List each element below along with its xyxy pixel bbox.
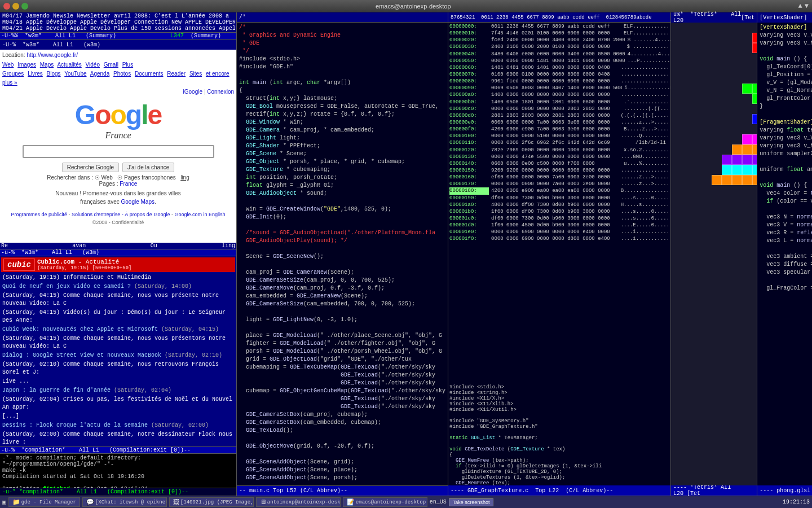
taskbar-item-emacs[interactable]: 📝 emacs@antoinexp-desktop (343, 497, 427, 507)
groups-link[interactable]: Groupes (2, 71, 24, 77)
close-button[interactable] (3, 3, 10, 10)
email-messages: M04/17 Jamendo Newsle Newsletter avril 2… (0, 12, 236, 32)
igoogle-link[interactable]: iGoogle (183, 89, 202, 95)
hex-row: 00000110:0000 0000 2f6c 6962 2f6c 642d 6… (449, 139, 669, 146)
france-link[interactable]: France (120, 181, 137, 187)
tetris-cell (742, 165, 752, 175)
hex-ascii: ELF............ (624, 23, 669, 30)
youtube-link[interactable]: YouTube (64, 71, 86, 77)
lucky-button[interactable]: J'ai de la chance (122, 163, 174, 172)
screenshot-button[interactable]: Take screenshot (449, 498, 494, 506)
news-link[interactable]: Actualités (57, 62, 81, 68)
hex-ascii: ELF............ (624, 30, 669, 37)
googlemaps-link[interactable]: Google Maps (121, 199, 155, 205)
tetris-cell (722, 175, 732, 185)
hex-ascii: ....s.....0..... (621, 208, 669, 215)
taskbar-start-icon[interactable]: ▣ (2, 498, 6, 506)
list-item: (Saturday, 04:15) Comme chaque semaine, … (2, 335, 234, 351)
blogs-link[interactable]: Blogs (47, 71, 61, 77)
taskbar-item-image[interactable]: 🖼 [140921.jpg (JPEG Image, 1280×... (169, 497, 254, 507)
images-link[interactable]: Images (17, 62, 36, 68)
pages-fr-radio[interactable]: ☉ Pages francophones (117, 174, 176, 181)
english-link[interactable]: Google.com in English (174, 212, 225, 217)
connexion-link[interactable]: Connexion (207, 89, 234, 95)
scroll-up-icon[interactable]: ▲ (798, 2, 802, 10)
ads-link[interactable]: Programmes de publicité (11, 212, 68, 217)
hex-bytes: 782e 7969 0000 0000 0000 1000 0000 0000 (491, 147, 621, 154)
hex-address: 00000170: (449, 181, 489, 187)
maximize-button[interactable] (21, 3, 28, 10)
hex-bytes: 9200 9200 0000 0000 0000 0000 0000 0000 (491, 167, 619, 174)
hex-ascii: u....%......... (624, 160, 669, 167)
agenda-link[interactable]: Agenda (90, 71, 109, 77)
google-search-area: Recherche Google J'ai de la chance (2, 145, 234, 172)
list-item: Japon : la guerre de fin d'année (Saturd… (2, 387, 234, 395)
taskbar-item-filemanager[interactable]: 📁 gde - File Manager (8, 497, 80, 507)
hex-address: 000001b0: (449, 208, 489, 215)
hex-ascii: ....s.....0..... (621, 195, 669, 202)
tetris-cell (722, 155, 732, 165)
scroll-re: Re (1, 243, 8, 249)
hex-content[interactable]: 00000000:0011 2238 4455 6677 8899 aabb c… (448, 23, 670, 384)
hex-row: 00000120:782e 7969 0000 0000 0000 1000 0… (449, 147, 669, 154)
msg-line-1: M04/17 Jamendo Newsle Newsletter avril 2… (1, 13, 235, 19)
google-search-button[interactable]: Recherche Google (62, 163, 119, 172)
hex-row: 00000090:0069 0508 a003 0000 8407 1400 e… (449, 85, 669, 91)
photos-link[interactable]: Photos (113, 71, 131, 77)
hex-address: 00000120: (449, 147, 489, 154)
tetris-cell (752, 114, 757, 124)
tetris-cell (752, 175, 757, 185)
hex-bytes: 0000 0000 0000 7a00 0003 3e00 0000 0000 (491, 119, 619, 126)
sites-link[interactable]: Sites (189, 71, 202, 77)
hex-ascii: ......Q......... (621, 133, 669, 139)
list-item: Dessins : Flock croque l'actu de la sema… (2, 422, 234, 430)
hex-ascii: 4.........4... (628, 51, 669, 58)
hex-bytes: 9901 fced 0000 0000 0000 0000 0000 0000 (491, 78, 619, 85)
list-item: Dialog : Google Street View et nouveaux … (2, 352, 234, 360)
more-link[interactable]: Plus (122, 62, 133, 68)
hex-bytes: 0000 0000 0000 0000 0000 2803 2803 0000 (491, 106, 621, 112)
hex-ascii: ......z...>..... (621, 119, 669, 126)
hex-ascii: H.....s......... (621, 202, 669, 208)
minimize-button[interactable] (12, 3, 19, 10)
list-item: (Saturday, 02:00) Comme chaque semaine, … (2, 431, 234, 446)
tetris-mode-line: ---- *Tetris* All L20 [Tet (671, 485, 757, 496)
hex-ascii: ................ (621, 91, 669, 98)
ling-link[interactable]: ling (180, 174, 189, 181)
hex-bytes: 3480 0408 e000 e000 0000 3400 e000 0500 … (491, 51, 625, 58)
hex-address: 00000160: (449, 174, 489, 181)
taskbar: ▣ 📁 gde - File Manager 💬 [XChat: itewsh … (0, 496, 812, 508)
taskbar-item-terminal[interactable]: 🖥 antoinexp@antoinexp-desktop: ~ (256, 497, 341, 507)
maps-link[interactable]: Maps (40, 62, 54, 68)
hex-bytes: ef00 0000 0000 0000 7a00 0003 3e00 0000 (491, 174, 619, 181)
reader-link[interactable]: Reader (167, 71, 186, 77)
glsl-content[interactable]: [VertexShader] varying vec3 v_V; varying… (757, 23, 812, 485)
tetris-cell (752, 84, 757, 94)
hex-address: 00000130: (449, 154, 489, 160)
enterprise-link[interactable]: Solutions d'entreprise - À propos de Goo… (72, 212, 170, 217)
hex-address: 000000d0: (449, 112, 489, 119)
video-link[interactable]: Vidéo (86, 62, 100, 68)
hex-bytes: 7f45 4c46 0201 0100 0000 0000 0000 0000 (491, 30, 621, 37)
code-content[interactable]: /* * Graphics and Dynamic Engine * GDE *… (237, 23, 448, 485)
docs-link[interactable]: Documents (135, 71, 164, 77)
books-link[interactable]: Livres (28, 71, 43, 77)
hex-address: 000001f0: (449, 235, 489, 242)
search-input[interactable] (24, 146, 213, 157)
web-radio[interactable]: ☉ Web (95, 174, 113, 181)
taskbar-item-xchat[interactable]: 💬 [XChat: itewsh @ epiknet / #open... (82, 497, 167, 507)
left-bottom-bar: -u-* *compilation* All L1 (Compilation:e… (0, 488, 236, 496)
hex-row: 00000100:0000 0000 0000 5100 0000 0000 0… (449, 133, 669, 139)
xchat-icon: 💬 (86, 498, 94, 506)
hex-row: 00000140:0600 0000 0e00 c500 0000 f700 0… (449, 160, 669, 167)
location-url[interactable]: http://www.google.fr/ (27, 52, 78, 58)
gmail-link[interactable]: Gmail (104, 62, 118, 68)
scroll-down-icon[interactable]: ▼ (805, 2, 809, 10)
web-link[interactable]: Web (2, 62, 14, 68)
image-label: [140921.jpg (JPEG Image, 1280×... (180, 500, 254, 505)
tetris-cell (732, 155, 742, 165)
hex-bytes: 0011 2238 4455 6677 8899 aabb ccdd eeff (491, 23, 621, 30)
hex-ascii: x.so.2......... (624, 147, 669, 154)
google-footer: Programmes de publicité - Solutions d'en… (2, 211, 234, 227)
list-item: (Saturday, 02:10) Comme chaque semaine, … (2, 361, 234, 376)
